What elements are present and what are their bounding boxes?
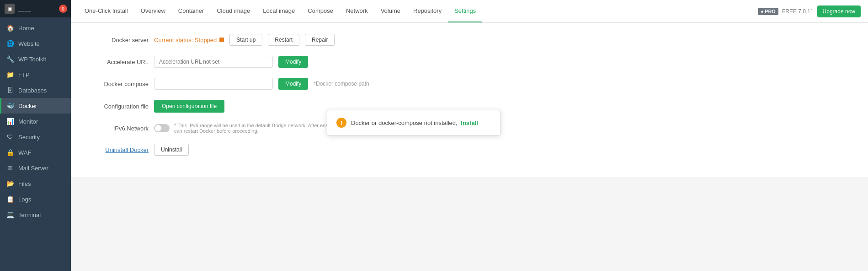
sidebar-item-files[interactable]: 📂Files — [0, 176, 71, 191]
tab-repository[interactable]: Repository — [407, 0, 448, 22]
waf-icon: 🔒 — [6, 149, 14, 156]
sidebar-item-databases[interactable]: 🗄Databases — [0, 82, 71, 98]
status-dot — [219, 38, 224, 42]
main-area: One-Click InstallOverviewContainerCloud … — [71, 0, 868, 271]
tab-volume[interactable]: Volume — [374, 0, 407, 22]
sidebar-item-label: FTP — [18, 71, 30, 78]
sidebar-item-label: Security — [18, 134, 40, 141]
sidebar-item-docker[interactable]: 🐳Docker — [0, 98, 71, 114]
tab-one-click[interactable]: One-Click Install — [78, 0, 134, 22]
pro-badge: ♦ PRO — [758, 8, 778, 15]
sidebar-item-label: WP Toolkit — [18, 56, 46, 63]
sidebar-item-monitor[interactable]: 📊Monitor — [0, 114, 71, 129]
ipv6-toggle[interactable] — [154, 124, 170, 132]
sidebar-item-label: Files — [18, 180, 31, 187]
security-icon: 🛡 — [6, 133, 14, 141]
notification-badge: 0 — [59, 5, 67, 13]
files-icon: 📂 — [6, 180, 14, 187]
ftp-icon: 📁 — [6, 71, 14, 78]
diamond-icon: ♦ — [761, 9, 763, 14]
terminal-icon: 💻 — [6, 211, 14, 218]
sidebar-item-logs[interactable]: 📋Logs — [0, 191, 71, 207]
sidebar-item-label: Home — [18, 25, 34, 32]
pro-label: PRO — [765, 9, 776, 14]
sidebar-logo-text: ⎯⎯⎯⎯ — [18, 6, 31, 11]
wp-toolkit-icon: 🔧 — [6, 55, 14, 63]
docker-compose-label: Docker compose — [85, 81, 149, 87]
sidebar-item-label: Terminal — [18, 211, 41, 218]
accelerate-modify-button[interactable]: Modify — [278, 56, 308, 68]
docker-compose-row: Docker compose Modify *Docker compose pa… — [85, 78, 854, 90]
sidebar-item-label: Logs — [18, 196, 31, 203]
tab-network[interactable]: Network — [340, 0, 374, 22]
tab-container[interactable]: Container — [172, 0, 210, 22]
tab-cloud-image[interactable]: Cloud image — [210, 0, 256, 22]
open-config-button[interactable]: Open configuration file — [154, 100, 224, 113]
restart-button[interactable]: Restart — [268, 34, 299, 46]
content-area: Docker server Current status: Stopped St… — [71, 23, 868, 271]
docker-server-label: Docker server — [85, 37, 149, 43]
sidebar-item-wp-toolkit[interactable]: 🔧WP Toolkit — [0, 51, 71, 67]
mail-server-icon: ✉ — [6, 164, 14, 172]
popup-message: Docker or docker-compose not installed, — [351, 119, 458, 126]
docker-status: Current status: Stopped — [154, 37, 224, 43]
accelerate-url-row: Accelerate URL Modify — [85, 56, 854, 68]
sidebar-item-label: Website — [18, 40, 40, 47]
tab-compose[interactable]: Compose — [301, 0, 340, 22]
docker-compose-input[interactable] — [154, 78, 273, 90]
uninstall-docker-label[interactable]: Uninstall Docker — [85, 146, 149, 153]
website-icon: 🌐 — [6, 40, 14, 47]
uninstall-button[interactable]: Uninstall — [154, 144, 189, 156]
sidebar-nav: 🏠Home🌐Website🔧WP Toolkit📁FTP🗄Databases🐳D… — [0, 17, 71, 271]
status-text-value: Current status: Stopped — [154, 37, 217, 43]
popup-text: Docker or docker-compose not installed, … — [351, 119, 478, 126]
docker-server-row: Docker server Current status: Stopped St… — [85, 34, 854, 46]
sidebar-item-label: Docker — [18, 103, 37, 109]
tab-local-image[interactable]: Local image — [256, 0, 301, 22]
config-file-label: Configuration file — [85, 103, 149, 110]
sidebar-item-label: Mail Server — [18, 165, 48, 172]
tab-settings[interactable]: Settings — [448, 0, 482, 22]
docker-icon: 🐳 — [6, 102, 14, 109]
uninstall-row: Uninstall Docker Uninstall — [85, 144, 854, 156]
home-icon: 🏠 — [6, 24, 14, 32]
compose-modify-button[interactable]: Modify — [278, 78, 308, 90]
sidebar-item-label: Monitor — [18, 118, 38, 125]
sidebar-item-security[interactable]: 🛡Security — [0, 129, 71, 145]
docker-not-installed-popup: ! Docker or docker-compose not installed… — [327, 110, 501, 136]
docker-compose-hint: *Docker compose path — [314, 81, 369, 87]
install-link[interactable]: Install — [461, 119, 478, 126]
startup-button[interactable]: Start up — [229, 34, 262, 46]
sidebar-item-ftp[interactable]: 📁FTP — [0, 67, 71, 82]
sidebar-item-label: Databases — [18, 87, 47, 94]
logo-icon: ▣ — [5, 4, 15, 14]
upgrade-button[interactable]: Upgrade now — [817, 5, 861, 17]
sidebar: ▣ ⎯⎯⎯⎯ 0 🏠Home🌐Website🔧WP Toolkit📁FTP🗄Da… — [0, 0, 71, 271]
settings-panel: Docker server Current status: Stopped St… — [71, 23, 868, 177]
sidebar-logo: ▣ ⎯⎯⎯⎯ 0 — [0, 0, 71, 17]
tabs-right: ♦ PRO FREE 7.0.11 Upgrade now — [758, 5, 861, 17]
sidebar-item-terminal[interactable]: 💻Terminal — [0, 207, 71, 222]
sidebar-item-home[interactable]: 🏠Home — [0, 20, 71, 36]
tabs-container: One-Click InstallOverviewContainerCloud … — [78, 0, 482, 22]
accelerate-url-input[interactable] — [154, 56, 273, 68]
sidebar-item-waf[interactable]: 🔒WAF — [0, 145, 71, 160]
monitor-icon: 📊 — [6, 118, 14, 125]
sidebar-item-label: WAF — [18, 149, 31, 156]
warning-icon: ! — [336, 118, 346, 128]
databases-icon: 🗄 — [6, 87, 14, 94]
tab-overview[interactable]: Overview — [134, 0, 172, 22]
logs-icon: 📋 — [6, 195, 14, 203]
ipv6-label: IPv6 Network — [85, 125, 149, 132]
accelerate-url-label: Accelerate URL — [85, 59, 149, 65]
sidebar-item-website[interactable]: 🌐Website — [0, 36, 71, 51]
repair-button[interactable]: Repair — [305, 34, 335, 46]
sidebar-item-mail-server[interactable]: ✉Mail Server — [0, 160, 71, 176]
version-text: FREE 7.0.11 — [782, 8, 814, 15]
tabs-bar: One-Click InstallOverviewContainerCloud … — [71, 0, 868, 23]
